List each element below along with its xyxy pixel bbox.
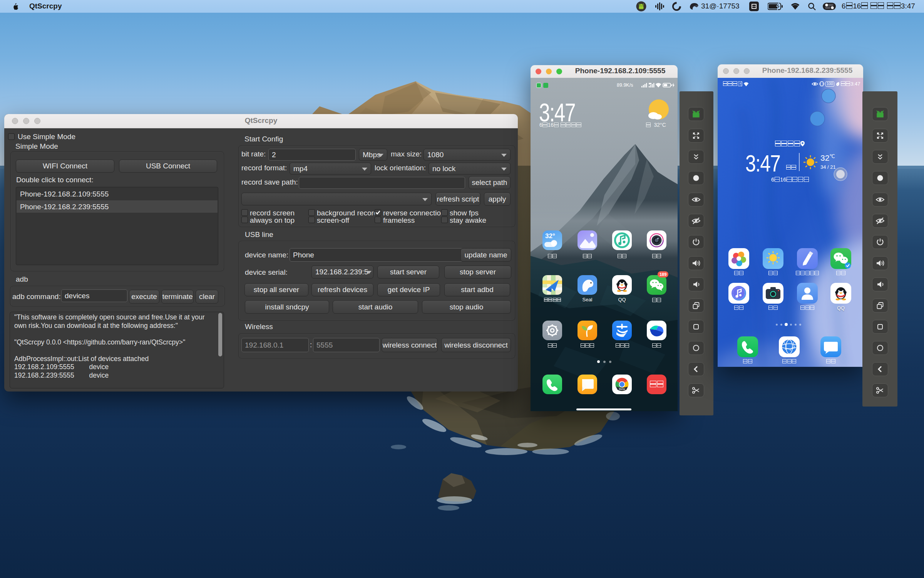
svg-text:Beta: Beta [619, 387, 625, 391]
